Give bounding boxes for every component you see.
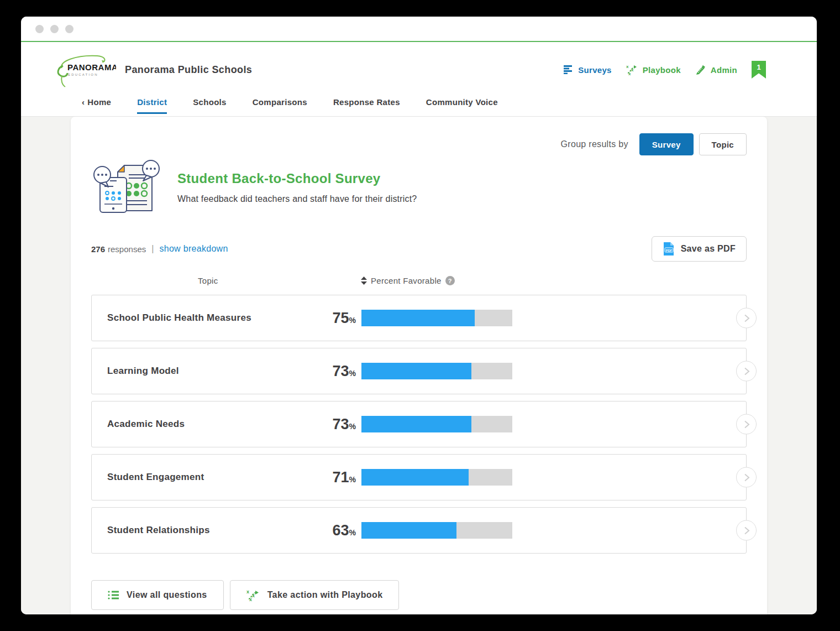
- surveys-icon: [564, 65, 574, 74]
- save-as-pdf-button[interactable]: PDF Save as PDF: [652, 236, 747, 262]
- favorable-bar-fill: [361, 363, 471, 379]
- header-nav-label: Admin: [711, 65, 737, 75]
- tab-community-voice[interactable]: Community Voice: [426, 97, 498, 112]
- playbook-icon: x x x: [626, 64, 638, 75]
- notifications-flag[interactable]: 1: [752, 61, 766, 79]
- svg-text:EDUCATION: EDUCATION: [68, 73, 98, 76]
- row-detail-button[interactable]: [736, 308, 757, 328]
- org-name: Panorama Public Schools: [125, 64, 252, 76]
- header-nav-admin[interactable]: Admin: [695, 65, 737, 75]
- favorable-value: 73%: [290, 416, 356, 433]
- topic-label: Student Engagement: [107, 472, 290, 483]
- notification-count: 1: [757, 63, 760, 71]
- topic-label: Student Relationships: [107, 525, 290, 536]
- tab-comparisons[interactable]: Comparisons: [253, 97, 307, 112]
- help-icon[interactable]: ?: [445, 276, 455, 285]
- svg-text:PANORAMA: PANORAMA: [67, 62, 116, 72]
- content-background: Group results by Survey Topic: [21, 117, 817, 614]
- main-nav: ‹ Home District Schools Comparisons Resp…: [21, 97, 817, 117]
- table-row: School Public Health Measures75%: [91, 295, 747, 341]
- topic-label: Learning Model: [107, 366, 290, 377]
- row-detail-button[interactable]: [736, 361, 757, 382]
- favorable-value: 63%: [290, 522, 356, 539]
- header-nav: Surveys x x x Playbook Admin: [564, 61, 766, 79]
- svg-text:x: x: [249, 597, 252, 601]
- favorable-bar-fill: [361, 416, 471, 432]
- survey-illustration: [91, 160, 164, 217]
- topic-label: Academic Needs: [107, 419, 290, 430]
- favorable-bar-track: [361, 363, 512, 379]
- chevron-right-icon: [743, 473, 750, 482]
- window-titlebar: [21, 17, 817, 42]
- row-detail-button[interactable]: [736, 414, 757, 435]
- survey-title: Student Back-to-School Survey: [177, 171, 417, 186]
- chevron-right-icon: [743, 420, 750, 429]
- tab-schools[interactable]: Schools: [193, 97, 226, 112]
- header-nav-label: Playbook: [643, 65, 681, 75]
- tab-home[interactable]: ‹ Home: [82, 97, 111, 112]
- group-results-toolbar: Group results by Survey Topic: [91, 117, 747, 155]
- favorable-bar-track: [361, 416, 512, 432]
- group-by-topic-button[interactable]: Topic: [699, 133, 747, 155]
- responses-count: 276: [91, 244, 105, 254]
- svg-text:x: x: [246, 589, 249, 595]
- window-close-button[interactable]: [35, 25, 44, 33]
- favorable-value: 71%: [290, 469, 356, 486]
- window-minimize-button[interactable]: [50, 25, 59, 33]
- svg-text:x: x: [252, 593, 255, 598]
- take-action-playbook-button[interactable]: x x x Take action with Playbook: [230, 580, 400, 610]
- group-results-label: Group results by: [561, 139, 628, 149]
- group-by-survey-button[interactable]: Survey: [639, 133, 694, 155]
- browser-window: PANORAMA EDUCATION Panorama Public Schoo…: [21, 17, 817, 614]
- footer-actions: View all questions x x x Take action wit…: [91, 580, 747, 610]
- favorable-value: 75%: [290, 310, 356, 327]
- survey-header: Student Back-to-School Survey What feedb…: [91, 160, 747, 217]
- svg-text:x: x: [626, 64, 629, 69]
- header-nav-label: Surveys: [578, 65, 611, 75]
- row-detail-button[interactable]: [736, 467, 757, 488]
- favorable-bar-fill: [361, 469, 469, 486]
- favorable-column-header[interactable]: Percent Favorable ?: [361, 276, 455, 285]
- question-list-icon: [108, 590, 119, 600]
- chevron-right-icon: [743, 367, 750, 376]
- app-header: PANORAMA EDUCATION Panorama Public Schoo…: [21, 42, 817, 97]
- table-row: Student Engagement71%: [91, 454, 747, 500]
- favorable-bar-track: [361, 469, 512, 486]
- chevron-right-icon: [743, 526, 750, 535]
- tab-response-rates[interactable]: Response Rates: [333, 97, 400, 112]
- playbook-icon: x x x: [246, 589, 260, 601]
- table-row: Academic Needs73%: [91, 401, 747, 447]
- topic-column-header: Topic: [198, 276, 218, 285]
- table-header: Topic Percent Favorable ?: [91, 276, 747, 287]
- table-row: Learning Model73%: [91, 348, 747, 394]
- svg-text:PDF: PDF: [665, 249, 672, 252]
- chevron-right-icon: [743, 314, 750, 322]
- svg-text:x: x: [631, 67, 634, 72]
- pdf-file-icon: PDF: [663, 242, 675, 256]
- show-breakdown-link[interactable]: show breakdown: [159, 244, 228, 254]
- favorable-bar-track: [361, 310, 512, 326]
- row-detail-button[interactable]: [736, 520, 757, 541]
- window-maximize-button[interactable]: [65, 25, 74, 33]
- favorable-bar-track: [361, 522, 512, 539]
- content-panel: Group results by Survey Topic: [71, 117, 767, 614]
- sort-icon: [361, 277, 367, 285]
- divider: |: [151, 244, 154, 254]
- topic-label: School Public Health Measures: [107, 312, 290, 324]
- topic-rows: School Public Health Measures75%Learning…: [91, 295, 747, 554]
- tab-district[interactable]: District: [137, 97, 167, 114]
- back-chevron-icon: ‹: [82, 97, 85, 107]
- header-nav-playbook[interactable]: x x x Playbook: [626, 64, 681, 75]
- svg-text:x: x: [628, 71, 631, 75]
- header-nav-surveys[interactable]: Surveys: [564, 65, 611, 75]
- favorable-bar-fill: [361, 310, 475, 326]
- responses-row: 276 responses | show breakdown PDF Save …: [91, 236, 747, 262]
- responses-label: responses: [108, 244, 146, 254]
- panorama-logo[interactable]: PANORAMA EDUCATION: [54, 51, 116, 88]
- survey-subtitle: What feedback did teachers and staff hav…: [177, 194, 417, 204]
- favorable-value: 73%: [290, 363, 356, 380]
- favorable-bar-fill: [361, 522, 456, 539]
- admin-icon: [695, 65, 706, 75]
- view-all-questions-button[interactable]: View all questions: [91, 580, 224, 610]
- table-row: Student Relationships63%: [91, 507, 747, 554]
